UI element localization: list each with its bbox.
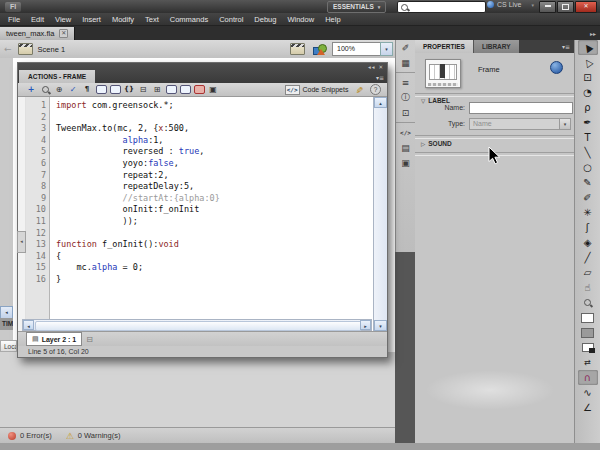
menu-edit[interactable]: Edit (31, 15, 44, 24)
remove-comment-icon[interactable] (192, 84, 206, 96)
debug-options-icon[interactable] (108, 84, 122, 96)
actions-title-bar[interactable]: ◂◂ ✕ ACTIONS - FRAME ▾≡ (18, 63, 387, 83)
menu-text[interactable]: Text (145, 15, 159, 24)
straighten-option[interactable]: ∠ (578, 400, 598, 415)
show-hide-toolbox-icon[interactable]: ▣ (206, 84, 220, 96)
compiler-location-column-header[interactable]: Location (0, 340, 17, 352)
collapse-dock-icon[interactable]: ▸▸ (590, 30, 596, 37)
menu-window[interactable]: Window (287, 15, 314, 24)
color-panel-icon[interactable]: ✐ (396, 40, 415, 55)
edit-symbols-icon[interactable] (313, 44, 326, 55)
actions-frame-tab[interactable]: ACTIONS - FRAME (19, 70, 95, 83)
frame-name-input[interactable] (469, 102, 573, 114)
label-type-dropdown[interactable]: Name (469, 118, 564, 130)
expand-all-icon[interactable]: ⊞ (150, 84, 164, 96)
frame-badge-icon[interactable] (550, 61, 563, 74)
subselection-tool[interactable]: ▷ (578, 55, 598, 70)
smooth-option[interactable]: ∿ (578, 385, 598, 400)
label-section-header[interactable]: ▽LABEL (421, 97, 450, 104)
panel-menu-icon[interactable]: ▾≡ (562, 43, 570, 50)
help-icon[interactable]: ? (370, 84, 381, 95)
menu-modify[interactable]: Modify (112, 15, 134, 24)
collapse-selection-icon[interactable]: ⊟ (136, 84, 150, 96)
code-snippets-button[interactable]: </> Code Snippets (285, 85, 349, 95)
info-panel-icon[interactable]: ⓘ (396, 90, 415, 105)
close-icon[interactable]: ✕ (378, 64, 384, 70)
toolbox-splitter-grip[interactable]: ◂ (17, 231, 26, 253)
pin-script-icon[interactable]: ⊟ (86, 335, 93, 344)
stage-zoom-select[interactable]: 100% (332, 42, 385, 56)
auto-format-icon[interactable]: ¶ (80, 84, 94, 96)
components-panel-icon[interactable]: ▤ (396, 140, 415, 155)
fill-color-swatch[interactable] (578, 325, 598, 340)
deco-tool[interactable]: ✳ (578, 205, 598, 220)
bone-tool[interactable]: ʃ (578, 220, 598, 235)
lasso-tool[interactable]: ρ (578, 100, 598, 115)
script-assist-icon[interactable]: ✎ (354, 86, 364, 94)
motion-presets-panel-icon[interactable]: ▣ (396, 155, 415, 170)
selection-tool[interactable]: ▶ (578, 40, 598, 55)
eraser-tool[interactable]: ▱ (578, 265, 598, 280)
default-colors-icon[interactable] (578, 340, 598, 355)
menu-file[interactable]: File (8, 15, 20, 24)
menu-control[interactable]: Control (219, 15, 243, 24)
show-code-hint-icon[interactable] (94, 84, 108, 96)
menu-debug[interactable]: Debug (254, 15, 276, 24)
close-tab-icon[interactable]: ✕ (59, 29, 68, 38)
menu-view[interactable]: View (55, 15, 71, 24)
oval-tool[interactable]: ○ (578, 160, 598, 175)
tab-properties[interactable]: PROPERTIES (415, 40, 473, 53)
snap-to-objects-toggle[interactable]: ∩ (578, 370, 598, 385)
apply-line-comment-icon[interactable] (178, 84, 192, 96)
vertical-scrollbar[interactable]: ▴ ▾ (373, 97, 387, 331)
free-transform-tool[interactable]: ⊡ (578, 70, 598, 85)
find-icon[interactable] (38, 84, 52, 96)
transform-panel-icon[interactable]: ⊡ (396, 105, 415, 120)
line-tool[interactable]: ╲ (578, 145, 598, 160)
horizontal-scrollbar[interactable]: ◂ ▸ (22, 319, 372, 331)
3d-rotation-tool[interactable]: ◔ (578, 85, 598, 100)
zoom-tool[interactable] (578, 295, 598, 310)
text-tool[interactable]: T (578, 130, 598, 145)
scrollbar-thumb[interactable] (35, 321, 362, 331)
back-arrow-icon[interactable]: ← (4, 44, 12, 54)
add-script-item-icon[interactable]: + (24, 84, 38, 96)
brush-tool[interactable]: ✐ (578, 190, 598, 205)
scroll-right-icon[interactable]: ▸ (360, 320, 371, 330)
workspace-switcher-button[interactable]: ESSENTIALS▾ (327, 1, 386, 13)
collapse-icons-icon[interactable]: ◂◂ (368, 64, 376, 70)
swatches-panel-icon[interactable]: ▦ (396, 55, 415, 70)
tab-library[interactable]: LIBRARY (473, 40, 519, 53)
scroll-left-icon[interactable]: ◂ (23, 320, 34, 330)
scene-label[interactable]: Scene 1 (38, 45, 66, 54)
script-tab[interactable]: ▤ Layer 2 : 1 (26, 332, 82, 346)
eyedropper-tool[interactable]: ╱ (578, 250, 598, 265)
restore-button[interactable] (557, 1, 574, 13)
insert-target-path-icon[interactable]: ⊕ (52, 84, 66, 96)
edit-scene-icon[interactable] (290, 43, 305, 55)
actions-window-controls[interactable]: ◂◂ ✕ (368, 64, 384, 70)
collapse-between-braces-icon[interactable]: {} (122, 84, 136, 96)
document-tab[interactable]: tween_max.fla ✕ (0, 27, 75, 40)
scroll-down-icon[interactable]: ▾ (374, 320, 387, 331)
timeline-panel-tab[interactable]: TIMELINE (0, 318, 13, 330)
scroll-up-icon[interactable]: ▴ (374, 97, 387, 108)
sound-section-header[interactable]: ▷SOUND (421, 140, 452, 147)
cs-live-button[interactable]: CS Live ▾ (487, 1, 534, 8)
menu-help[interactable]: Help (325, 15, 340, 24)
stroke-color-swatch[interactable] (578, 310, 598, 325)
minimize-button[interactable] (539, 1, 556, 13)
pen-tool[interactable]: ✒ (578, 115, 598, 130)
menu-commands[interactable]: Commands (170, 15, 208, 24)
code-editor[interactable]: import com.greensock.*;TweenMax.to(mc, 2… (50, 97, 373, 331)
apply-block-comment-icon[interactable] (164, 84, 178, 96)
dropdown-caret-icon[interactable]: ▾ (559, 118, 571, 130)
paint-bucket-tool[interactable]: ◈ (578, 235, 598, 250)
pencil-tool[interactable]: ✎ (578, 175, 598, 190)
panel-menu-icon[interactable]: ▾≡ (376, 74, 384, 81)
swap-colors-icon[interactable]: ⇄ (578, 355, 598, 370)
zoom-dropdown-icon[interactable]: ▾ (380, 42, 393, 56)
close-button[interactable]: ✕ (575, 1, 597, 13)
menu-insert[interactable]: Insert (82, 15, 101, 24)
check-syntax-icon[interactable]: ✓ (66, 84, 80, 96)
